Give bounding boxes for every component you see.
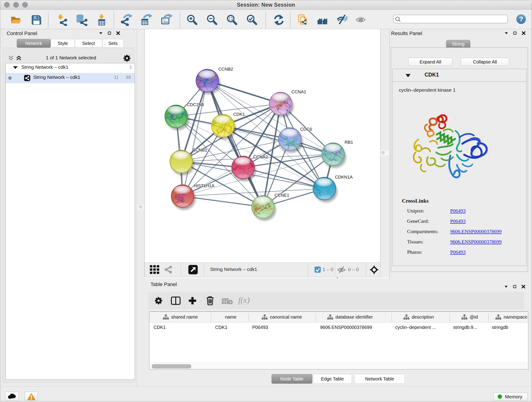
svg-text:CDC6: CDC6 [300, 127, 312, 132]
svg-text:CDK1: CDK1 [233, 112, 245, 117]
svg-text:CDC25B: CDC25B [187, 102, 204, 107]
svg-text:RB1: RB1 [345, 140, 353, 145]
svg-text:CCNE1: CCNE1 [274, 193, 289, 198]
svg-text:HIST1H1A: HIST1H1A [194, 183, 215, 188]
svg-text:CCNA1: CCNA1 [291, 89, 306, 94]
svg-text:CCNB1: CCNB1 [192, 148, 207, 153]
svg-text:CDKN1A: CDKN1A [335, 175, 353, 179]
svg-text:CCNA2: CCNA2 [253, 154, 268, 159]
svg-text:?: ? [519, 15, 523, 23]
svg-text:CCNB2: CCNB2 [218, 67, 233, 71]
